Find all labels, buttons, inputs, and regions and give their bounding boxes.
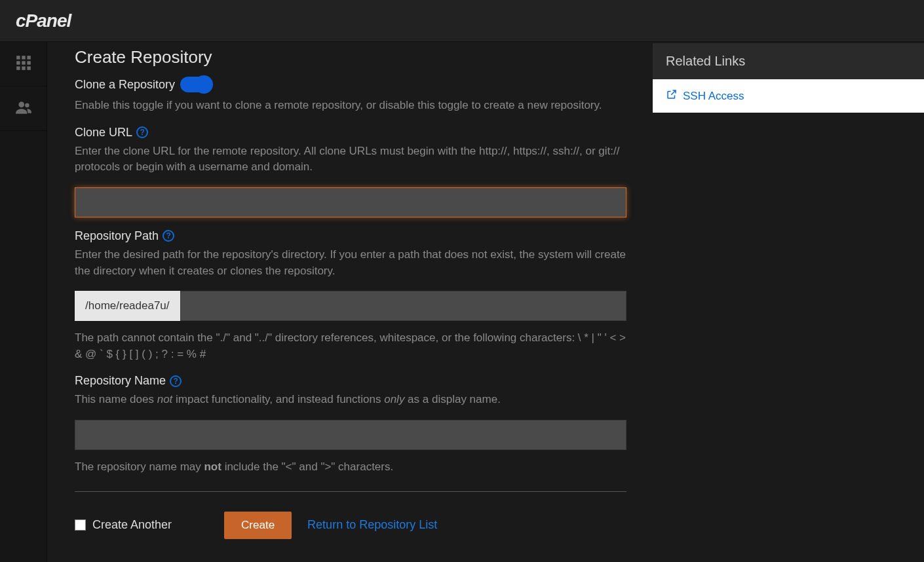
clone-toggle[interactable] <box>180 77 212 92</box>
svg-point-10 <box>25 103 29 107</box>
repo-path-label: Repository Path <box>75 229 159 243</box>
svg-rect-5 <box>27 61 30 64</box>
page-title: Create Repository <box>75 47 626 67</box>
clone-url-label: Clone URL <box>75 126 132 140</box>
clone-url-help: Enter the clone URL for the remote repos… <box>75 143 626 176</box>
users-icon <box>15 99 32 119</box>
sidebar <box>0 42 47 562</box>
help-icon[interactable]: ? <box>170 375 182 387</box>
svg-rect-1 <box>22 56 25 59</box>
svg-rect-8 <box>27 66 30 69</box>
repo-name-label: Repository Name <box>75 374 166 388</box>
help-icon[interactable]: ? <box>136 126 148 138</box>
cpanel-logo[interactable]: cPanel <box>16 10 71 31</box>
repo-path-prefix: /home/readea7u/ <box>75 291 180 321</box>
sidebar-item-users[interactable] <box>0 86 47 131</box>
svg-rect-4 <box>22 61 25 64</box>
create-another-wrap[interactable]: Create Another <box>75 518 172 532</box>
sidebar-item-apps[interactable] <box>0 42 47 86</box>
create-another-label: Create Another <box>92 518 172 532</box>
ssh-access-link[interactable]: SSH Access <box>653 79 924 113</box>
divider <box>75 491 626 492</box>
svg-rect-3 <box>16 61 20 64</box>
svg-rect-6 <box>16 66 20 69</box>
repo-name-input[interactable] <box>75 420 626 450</box>
grid-icon <box>15 54 32 74</box>
help-icon[interactable]: ? <box>163 230 174 242</box>
create-button[interactable]: Create <box>224 512 292 539</box>
return-link[interactable]: Return to Repository List <box>307 518 437 532</box>
related-links-header: Related Links <box>653 43 924 79</box>
clone-url-input[interactable] <box>75 187 626 217</box>
svg-point-9 <box>18 102 24 107</box>
repo-path-input[interactable] <box>180 291 626 321</box>
repo-name-help2: The repository name may not include the … <box>75 459 626 476</box>
svg-rect-7 <box>22 66 25 69</box>
toggle-knob <box>195 75 213 94</box>
header: cPanel <box>0 0 924 42</box>
clone-toggle-label: Clone a Repository <box>75 78 175 92</box>
svg-rect-2 <box>27 56 30 59</box>
repo-path-help: Enter the desired path for the repositor… <box>75 247 626 279</box>
create-another-checkbox[interactable] <box>75 519 86 531</box>
repo-name-help: This name does not impact functionality,… <box>75 392 626 408</box>
clone-toggle-help: Enable this toggle if you want to clone … <box>75 98 626 114</box>
svg-rect-0 <box>16 56 20 59</box>
repo-path-help2: The path cannot contain the "./" and "..… <box>75 330 626 362</box>
external-link-icon <box>666 88 678 103</box>
